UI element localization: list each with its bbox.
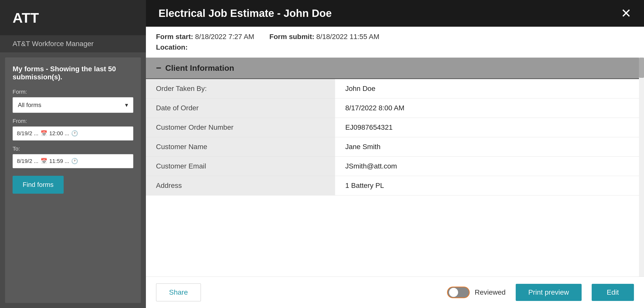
calendar-icon: 📅 — [41, 130, 47, 137]
panel-title: My forms - Showing the last 50 submissio… — [13, 65, 133, 81]
edit-button[interactable]: Edit — [592, 284, 634, 301]
toggle-knob — [449, 288, 458, 297]
collapse-icon[interactable]: − — [156, 63, 161, 73]
form-dropdown[interactable]: All forms ▾ — [13, 97, 133, 113]
location-label: Location: — [156, 43, 188, 51]
from-date-value: 8/19/2 ... — [17, 130, 38, 137]
field-value: 1 Battery PL — [335, 176, 644, 195]
field-label: Customer Email — [146, 157, 335, 176]
form-submit-label: Form submit: — [269, 33, 314, 41]
table-row: Customer NameJane Smith — [146, 137, 644, 157]
to-time-value: 11:59 ... — [49, 158, 69, 164]
from-date-field[interactable]: 8/19/2 ... 📅 12:00 ... 🕐 — [13, 126, 133, 141]
share-button[interactable]: Share — [156, 283, 201, 301]
modal-title: Electrical Job Estimate - John Doe — [158, 7, 332, 19]
modal-meta: Form start: 8/18/2022 7:27 AM Form submi… — [146, 27, 644, 58]
print-preview-button[interactable]: Print preview — [516, 284, 582, 301]
from-label: From: — [13, 118, 133, 124]
reviewed-section: Reviewed — [447, 287, 506, 298]
to-date-value: 8/19/2 ... — [17, 158, 38, 164]
form-dropdown-value: All forms — [18, 101, 41, 109]
field-label: Order Taken By: — [146, 79, 335, 98]
field-label: Date of Order — [146, 98, 335, 118]
from-time-value: 12:00 ... — [49, 130, 69, 137]
field-value: Jane Smith — [335, 137, 644, 157]
app-subtitle: AT&T Workforce Manager — [0, 35, 146, 52]
modal-body: − Client Information Order Taken By:John… — [146, 58, 644, 277]
fields-table: Order Taken By:John DoeDate of Order8/17… — [146, 79, 644, 195]
field-value: EJ0987654321 — [335, 118, 644, 137]
field-value: 8/17/2022 8:00 AM — [335, 98, 644, 118]
table-row: Address1 Battery PL — [146, 176, 644, 195]
find-forms-button[interactable]: Find forms — [13, 176, 64, 194]
section-title: Client Information — [165, 63, 234, 73]
scrollbar-thumb[interactable] — [639, 58, 644, 78]
form-label: Form: — [13, 89, 133, 95]
to-label: To: — [13, 146, 133, 152]
clock-icon-2: 🕐 — [71, 158, 78, 164]
reviewed-toggle[interactable] — [447, 287, 470, 298]
form-start-label: Form start: — [156, 33, 193, 41]
table-row: Customer EmailJSmith@att.com — [146, 157, 644, 176]
to-date-field[interactable]: 8/19/2 ... 📅 11:59 ... 🕐 — [13, 154, 133, 168]
table-row: Date of Order8/17/2022 8:00 AM — [146, 98, 644, 118]
close-button[interactable]: ✕ — [621, 7, 631, 20]
field-label: Customer Order Number — [146, 118, 335, 137]
modal-header: Electrical Job Estimate - John Doe ✕ — [146, 0, 644, 27]
table-row: Order Taken By:John Doe — [146, 79, 644, 98]
form-submit-value: 8/18/2022 11:55 AM — [316, 33, 379, 41]
clock-icon: 🕐 — [71, 130, 78, 137]
chevron-down-icon: ▾ — [125, 101, 128, 109]
reviewed-label: Reviewed — [475, 288, 506, 296]
field-label: Address — [146, 176, 335, 195]
app-title: ATT — [13, 10, 39, 26]
field-value: JSmith@att.com — [335, 157, 644, 176]
section-header: − Client Information — [146, 58, 644, 79]
field-label: Customer Name — [146, 137, 335, 157]
scrollbar-track[interactable] — [639, 58, 644, 277]
form-start-value: 8/18/2022 7:27 AM — [195, 33, 254, 41]
table-row: Customer Order NumberEJ0987654321 — [146, 118, 644, 137]
field-value: John Doe — [335, 79, 644, 98]
modal: Electrical Job Estimate - John Doe ✕ For… — [146, 0, 644, 308]
calendar-icon-2: 📅 — [41, 158, 47, 164]
modal-footer: Share Reviewed Print preview Edit — [146, 277, 644, 308]
